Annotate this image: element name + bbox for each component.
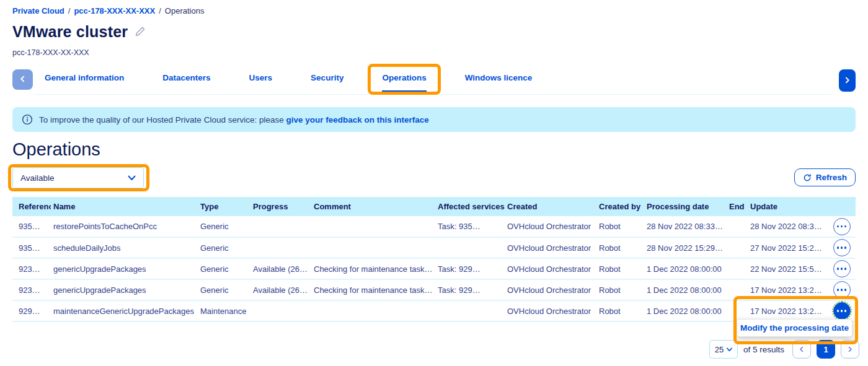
cell-created-by: Robot xyxy=(596,300,644,321)
cell-progress: Available (26%) xyxy=(250,279,311,300)
cell-created: OVHcloud Orchestrator xyxy=(505,279,596,300)
tab-bar-divider xyxy=(33,94,832,95)
cell-affected-services xyxy=(435,300,505,321)
redacted-value xyxy=(474,264,504,274)
table-header-row: ReferenceNameTypeProgressCommentAffected… xyxy=(12,197,856,216)
cell-progress xyxy=(250,237,311,258)
service-name: pcc-178-XXX-XX-XXX xyxy=(12,48,868,57)
cell-comment: Checking for maintenance task… xyxy=(311,279,435,300)
cell-comment xyxy=(311,237,435,258)
cell-end xyxy=(727,300,748,321)
cell-created: OVHcloud Orchestrator xyxy=(505,300,596,321)
pagination-page-1-button[interactable]: 1 xyxy=(817,340,835,359)
ellipsis-icon xyxy=(837,310,847,312)
results-count: of 5 results xyxy=(743,345,784,354)
cell-update: 17 Nov 2022 13:20:24 xyxy=(748,300,828,321)
row-context-menu: Modify the processing date xyxy=(737,319,852,337)
cell-comment xyxy=(311,300,435,321)
table-row: 923genericUpgradePackagesGenericAvailabl… xyxy=(12,258,856,279)
redacted-value xyxy=(474,285,504,295)
chevron-down-icon xyxy=(128,175,136,181)
redacted-value xyxy=(34,283,51,297)
chevron-left-icon xyxy=(799,345,805,354)
table-row: 929maintenanceGenericUpgradePackagesMain… xyxy=(12,300,856,321)
ellipsis-icon xyxy=(837,268,847,270)
banner-text: To improve the quality of our Hosted Pri… xyxy=(39,115,284,124)
column-header-reference: Reference xyxy=(12,197,51,216)
cell-update: 28 Nov 2022 08:33:37 xyxy=(748,216,828,237)
page-size-value: 25 xyxy=(715,345,724,354)
column-header-name: Name xyxy=(51,197,198,216)
cell-created-by: Robot xyxy=(596,237,644,258)
redacted-value xyxy=(474,222,504,231)
redacted-value xyxy=(34,304,51,318)
breadcrumb-current: Operations xyxy=(165,6,205,15)
cell-comment: Checking for maintenance task… xyxy=(311,258,435,279)
feedback-link[interactable]: give your feedback on this interface xyxy=(286,115,428,124)
pagination-prev-button[interactable] xyxy=(792,340,811,359)
cell-actions: Modify the processing date xyxy=(828,300,856,321)
breadcrumb-private-cloud[interactable]: Private Cloud xyxy=(12,6,64,15)
cell-affected-services xyxy=(435,237,505,258)
cell-progress xyxy=(250,216,311,237)
section-title: Operations xyxy=(12,139,868,160)
cell-name: genericUpgradePackages xyxy=(51,258,198,279)
page-size-select[interactable]: 25 xyxy=(709,340,738,359)
cell-reference: 923 xyxy=(12,258,51,279)
cell-type: Maintenance xyxy=(198,300,250,321)
tabs-scroll-left-button[interactable] xyxy=(12,69,33,90)
refresh-button[interactable]: Refresh xyxy=(794,168,856,186)
row-actions-button[interactable] xyxy=(833,302,851,320)
cell-reference: 935 xyxy=(12,237,51,258)
tab-general-information[interactable]: General information xyxy=(45,73,124,92)
cell-type: Generic xyxy=(198,237,250,258)
ellipsis-icon xyxy=(837,225,847,228)
row-actions-button[interactable] xyxy=(833,281,851,298)
edit-title-icon[interactable] xyxy=(134,26,146,38)
breadcrumb-separator: / xyxy=(68,6,71,15)
cell-end xyxy=(727,279,748,300)
refresh-icon xyxy=(803,173,812,182)
cell-progress xyxy=(250,300,311,321)
cell-created-by: Robot xyxy=(596,279,644,300)
tab-datacenters[interactable]: Datacenters xyxy=(162,73,210,92)
column-header-end: End xyxy=(727,197,748,216)
menu-item-modify-processing-date[interactable]: Modify the processing date xyxy=(740,323,849,333)
cell-update: 27 Nov 2022 15:29:10 xyxy=(748,237,828,258)
breadcrumb-separator: / xyxy=(159,6,161,15)
row-actions-button[interactable] xyxy=(833,218,851,235)
column-header-progress: Progress xyxy=(250,197,311,216)
cell-end xyxy=(727,258,748,279)
row-actions-button[interactable] xyxy=(833,239,851,256)
tab-operations[interactable]: Operations xyxy=(382,73,426,92)
tab-users[interactable]: Users xyxy=(249,73,273,92)
cell-progress: Available (26%) xyxy=(250,258,311,279)
cell-created: OVHcloud Orchestrator xyxy=(505,258,596,279)
cell-processing-date: 28 Nov 2022 08:33:37 xyxy=(644,216,727,237)
column-header-created-by: Created by xyxy=(596,197,644,216)
ellipsis-icon xyxy=(837,246,847,249)
cell-affected-services: Task: 929 xyxy=(435,279,505,300)
cell-type: Generic xyxy=(198,279,250,300)
column-header-update: Update xyxy=(748,197,828,216)
cell-name: maintenanceGenericUpgradePackages xyxy=(51,300,198,321)
chevron-right-icon xyxy=(847,345,853,354)
table-row: 935restorePointsToCacheOnPccGenericTask:… xyxy=(12,216,856,237)
pagination: 25 of 5 results 1 xyxy=(709,340,859,359)
redacted-value xyxy=(34,241,51,255)
tabs-scroll-right-button[interactable] xyxy=(839,69,856,92)
cell-reference: 935 xyxy=(12,216,51,237)
pagination-next-button[interactable] xyxy=(841,340,859,359)
tab-windows-licence[interactable]: Windows licence xyxy=(465,73,533,92)
row-actions-button[interactable] xyxy=(833,260,851,277)
cell-update: 17 Nov 2022 13:20:41 xyxy=(748,279,828,300)
info-icon xyxy=(22,114,33,125)
cell-name: restorePointsToCacheOnPcc xyxy=(51,216,198,237)
table-row: 923genericUpgradePackagesGenericAvailabl… xyxy=(12,279,856,300)
breadcrumb-service[interactable]: pcc-178-XXX-XX-XXX xyxy=(74,6,155,15)
tab-security[interactable]: Security xyxy=(311,73,343,92)
status-filter-select[interactable]: Available xyxy=(12,167,144,188)
cell-actions xyxy=(828,258,856,279)
annotation-box-active-tab xyxy=(368,64,440,95)
cell-created-by: Robot xyxy=(596,216,644,237)
